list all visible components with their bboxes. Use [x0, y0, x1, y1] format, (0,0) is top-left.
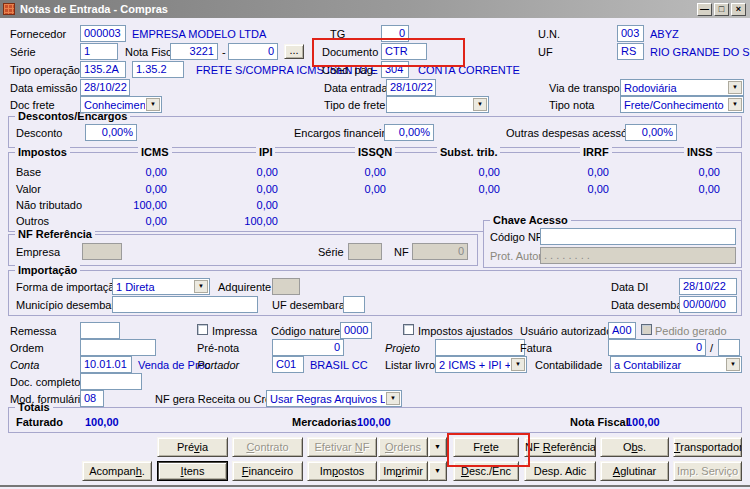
- close-button[interactable]: ×: [731, 3, 746, 16]
- mod-formulario-input[interactable]: 08: [80, 390, 104, 407]
- fatura-input[interactable]: 0: [608, 339, 706, 356]
- remessa-input[interactable]: [80, 322, 120, 339]
- pre-nota-input[interactable]: 0: [272, 339, 344, 356]
- portador-desc: BRASIL CC: [310, 359, 368, 371]
- button-text: inanceiro: [249, 465, 294, 477]
- fatura-parcela-input[interactable]: [718, 339, 740, 356]
- data-di-input[interactable]: 28/10/22: [679, 278, 737, 295]
- desc-enc-button[interactable]: Desc./Enc: [453, 461, 519, 481]
- button-mnemonic: R: [543, 441, 551, 453]
- frete-button[interactable]: Frete: [453, 437, 519, 457]
- chevron-down-icon[interactable]: ▼: [473, 98, 487, 111]
- impostos-cell: 0,00: [208, 166, 278, 178]
- previa-button[interactable]: Prévia: [157, 437, 228, 457]
- chevron-down-icon[interactable]: ▼: [728, 98, 742, 111]
- tg-input[interactable]: 0: [381, 25, 409, 42]
- imprimir-dropdown-button[interactable]: ▼: [428, 461, 447, 481]
- codigo-natureza-input[interactable]: 0000: [340, 322, 372, 339]
- chevron-down-icon[interactable]: ▼: [386, 392, 400, 405]
- transportadora-button[interactable]: Transportadora: [673, 437, 742, 457]
- impostos-row-label-outros: Outros: [16, 215, 49, 227]
- uf-input[interactable]: RS: [617, 43, 644, 60]
- ordem-input[interactable]: [80, 339, 156, 356]
- desp-adic-button[interactable]: Desp. Adic: [524, 461, 596, 481]
- fornecedor-input[interactable]: 000003: [80, 25, 126, 42]
- itens-button[interactable]: Itens: [157, 461, 228, 481]
- button-text: ontrato: [254, 441, 288, 453]
- doc-frete-label: Doc frete: [10, 99, 55, 111]
- button-text: tens: [184, 465, 205, 477]
- nota-fiscal-suffix-input[interactable]: 0: [228, 43, 278, 60]
- minimize-button[interactable]: —: [697, 3, 712, 16]
- chevron-down-icon: ▼: [434, 443, 441, 450]
- forma-importacao-select[interactable]: 1 Direta ▼: [112, 278, 210, 295]
- tipo-operacao-input-2[interactable]: 1.35.2: [132, 61, 184, 78]
- pedido-gerado-label: Pedido gerado: [655, 325, 727, 337]
- nota-fiscal-separator: -: [222, 46, 226, 58]
- encargos-financeiros-input[interactable]: 0,00%: [384, 124, 434, 141]
- conta-input[interactable]: 10.01.01: [80, 356, 132, 373]
- via-transporte-value: Rodoviária: [624, 81, 727, 95]
- chevron-down-icon[interactable]: ▼: [726, 358, 740, 371]
- impostos-ajustados-checkbox[interactable]: [403, 324, 414, 335]
- nota-fiscal-total-label: Nota Fiscal: [570, 416, 629, 428]
- chevron-down-icon[interactable]: ▼: [194, 280, 208, 293]
- data-entrada-input[interactable]: 28/10/22: [386, 79, 436, 96]
- chevron-down-icon[interactable]: ▼: [728, 81, 742, 94]
- financeiro-button[interactable]: Financeiro: [232, 461, 303, 481]
- data-desembaraco-input[interactable]: 00/00/00: [679, 296, 737, 313]
- tipo-operacao-label: Tipo operação: [10, 64, 80, 76]
- desconto-input[interactable]: 0,00%: [85, 124, 137, 141]
- data-emissao-input[interactable]: 28/10/22: [80, 79, 130, 96]
- usuario-autorizado-input[interactable]: A00: [608, 322, 636, 339]
- imprimir-button[interactable]: Imprimir: [378, 461, 428, 481]
- maximize-button[interactable]: □: [714, 3, 729, 16]
- serie-input[interactable]: 1: [80, 43, 118, 60]
- nota-fiscal-browse-button[interactable]: ...: [284, 44, 304, 59]
- tipo-nota-select[interactable]: Frete/Conhecimento ▼: [620, 96, 744, 113]
- button-text: s.: [638, 441, 647, 453]
- button-text: te: [490, 441, 499, 453]
- uf-name: RIO GRANDE DO SUL: [650, 46, 750, 58]
- chevron-down-icon[interactable]: ▼: [146, 98, 160, 111]
- app-icon[interactable]: [3, 3, 15, 15]
- contabilidade-select[interactable]: a Contabilizar ▼: [610, 356, 742, 373]
- cond-pag-name: CONTA CORRENTE: [418, 64, 520, 76]
- mercadorias-value: 100,00: [357, 416, 391, 428]
- ordens-dropdown-button[interactable]: ▼: [428, 437, 447, 457]
- tg-label: TG: [330, 28, 345, 40]
- impostos-button[interactable]: Impostos: [307, 461, 377, 481]
- portador-input[interactable]: C01: [272, 356, 304, 373]
- un-input[interactable]: 003: [617, 25, 644, 42]
- doc-frete-select[interactable]: Conhecimento ▼: [80, 96, 162, 113]
- outras-despesas-input[interactable]: 0,00%: [625, 124, 677, 141]
- button-text: esc./Enc: [469, 465, 511, 477]
- impressa-checkbox[interactable]: [197, 324, 208, 335]
- via-transporte-select[interactable]: Rodoviária ▼: [620, 79, 744, 96]
- data-di-label: Data DI: [611, 281, 648, 293]
- codigo-nfe-input[interactable]: [540, 228, 736, 245]
- nf-gera-receita-select[interactable]: Usar Regras Arquivos Legais ▼: [266, 390, 402, 407]
- data-emissao-label: Data emissão: [10, 82, 77, 94]
- aglutinar-button[interactable]: Aglutinar: [600, 461, 669, 481]
- cond-pag-input[interactable]: 304: [381, 61, 409, 78]
- tipo-frete-select[interactable]: ▼: [386, 96, 489, 113]
- button-text: NF: [525, 441, 543, 453]
- obs-button[interactable]: Obs.: [600, 437, 669, 457]
- encargos-financeiros-label: Encargos financeiros: [294, 127, 397, 139]
- uf-desembaraco-input[interactable]: [343, 296, 365, 313]
- documento-input[interactable]: CTR: [381, 43, 427, 60]
- ordens-button: Ordens: [378, 437, 428, 457]
- projeto-label: Projeto: [385, 342, 420, 354]
- municipio-desembaraco-input[interactable]: [112, 296, 258, 313]
- doc-completo-input[interactable]: [80, 373, 142, 390]
- listar-livros-select[interactable]: 2 ICMS + IPI + ISS ▼: [435, 356, 527, 373]
- chevron-down-icon[interactable]: ▼: [511, 358, 525, 371]
- tipo-operacao-input-1[interactable]: 135.2A: [80, 61, 126, 78]
- acompanh-button[interactable]: Acompanh.: [82, 461, 152, 481]
- nota-fiscal-input[interactable]: 3221: [170, 43, 218, 60]
- impostos-cell: 0,00: [97, 166, 167, 178]
- impostos-cell: 0,00: [650, 166, 720, 178]
- nf-referencia-button[interactable]: NF Referência: [524, 437, 596, 457]
- projeto-input[interactable]: [435, 339, 525, 356]
